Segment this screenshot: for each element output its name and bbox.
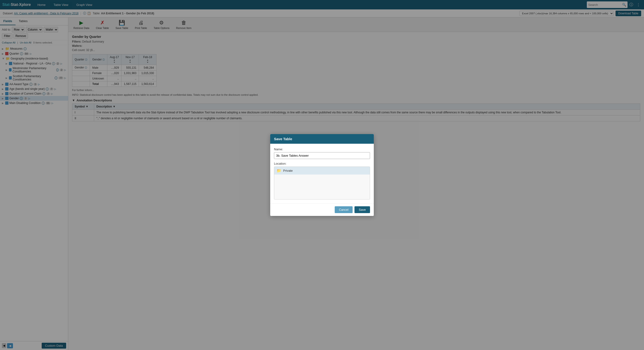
location-label: Location: — [274, 162, 370, 165]
save-table-overlay: Save Table Name: Location: 📁 Private Can… — [0, 0, 644, 350]
dialog-footer: Cancel Save — [270, 203, 374, 216]
name-label: Name: — [274, 147, 370, 151]
dialog-header: Save Table — [270, 134, 374, 144]
dialog-body: Name: Location: 📁 Private — [270, 144, 374, 203]
location-private[interactable]: 📁 Private — [274, 167, 370, 175]
location-folder-label: Private — [283, 169, 292, 172]
save-button[interactable]: Save — [354, 206, 370, 213]
name-input[interactable] — [274, 152, 370, 159]
folder-icon: 📁 — [276, 168, 281, 173]
location-box: 📁 Private — [274, 167, 370, 199]
save-table-dialog: Save Table Name: Location: 📁 Private Can… — [270, 134, 374, 216]
cancel-button[interactable]: Cancel — [335, 206, 352, 213]
